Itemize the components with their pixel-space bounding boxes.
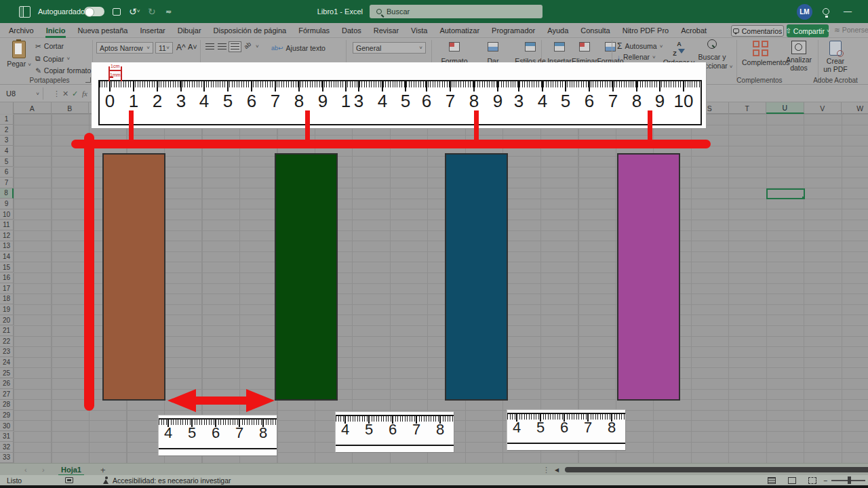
ribbon-tab-nitro-pdf-pro[interactable]: Nitro PDF Pro	[616, 23, 675, 38]
ribbon-tab-revisar[interactable]: Revisar	[368, 23, 405, 38]
grow-font-button[interactable]: A^	[176, 43, 186, 52]
row-header-4[interactable]: 4	[0, 146, 14, 157]
ribbon-tab-acrobat[interactable]: Acrobat	[675, 23, 713, 38]
accessibility-status[interactable]: Accesibilidad: es necesario investigar	[103, 475, 231, 485]
small-ruler-3[interactable]: 45678	[507, 409, 626, 451]
align-bottom-button[interactable]	[229, 41, 241, 52]
row-header-6[interactable]: 6	[0, 167, 14, 178]
normal-view-button[interactable]	[768, 475, 776, 485]
ribbon-tab-programador[interactable]: Programador	[486, 23, 541, 38]
ribbon-tab-fórmulas[interactable]: Fórmulas	[292, 23, 336, 38]
paste-button[interactable]: Pegar ˅	[7, 41, 31, 68]
name-box[interactable]: U8˅	[3, 87, 43, 100]
row-header-32[interactable]: 32	[0, 442, 14, 453]
row-header-12[interactable]: 12	[0, 230, 14, 241]
cancel-icon[interactable]: ✕	[62, 87, 68, 100]
create-pdf-button[interactable]: Crearun PDF	[821, 41, 850, 73]
row-header-33[interactable]: 33	[0, 453, 14, 464]
colored-bar-2[interactable]	[275, 153, 338, 401]
row-header-25[interactable]: 25	[0, 368, 14, 379]
row-header-2[interactable]: 2	[0, 125, 14, 136]
shrink-font-button[interactable]: A˅	[188, 43, 197, 51]
row-header-18[interactable]: 18	[0, 294, 14, 305]
namebox-kebab[interactable]: ⋮	[53, 87, 60, 100]
addins-button[interactable]: Complementos	[742, 41, 780, 65]
analyze-data-button[interactable]: Analizardatos	[783, 41, 815, 72]
ribbon-tab-vista[interactable]: Vista	[405, 23, 433, 38]
conditional-formatting-button[interactable]: Formato	[439, 42, 469, 61]
delete-cells-button[interactable]: Eliminar	[571, 42, 598, 61]
align-middle-button[interactable]	[218, 43, 226, 50]
catch-up-button[interactable]: ≋ Ponerse a	[834, 26, 868, 34]
column-header-T[interactable]: T	[729, 102, 767, 114]
colored-bar-1[interactable]	[102, 153, 165, 401]
comments-button[interactable]: Comentarios	[731, 25, 784, 37]
avatar[interactable]: LM	[797, 0, 812, 23]
sheet-tab-hoja1[interactable]: Hoja1	[57, 464, 85, 476]
autosave-toggle[interactable]	[84, 0, 104, 23]
row-header-15[interactable]: 15	[0, 262, 14, 273]
wrap-text-button[interactable]: ab↩ Ajustar texto	[271, 44, 326, 52]
enter-icon[interactable]: ✓	[72, 87, 78, 100]
ribbon-tab-dibujar[interactable]: Dibujar	[172, 23, 208, 38]
horizontal-scrollbar-thumb[interactable]	[565, 467, 868, 472]
row-header-19[interactable]: 19	[0, 304, 14, 315]
ribbon-tab-datos[interactable]: Datos	[336, 23, 368, 38]
undo-icon[interactable]: ↺˅	[129, 0, 140, 23]
ribbon-tab-insertar[interactable]: Insertar	[134, 23, 171, 38]
prev-sheet-arrow[interactable]: ‹	[24, 464, 27, 476]
scroll-left-arrow[interactable]: ◀	[555, 464, 559, 476]
tabbar-divider[interactable]: ⋮	[542, 464, 550, 476]
row-header-20[interactable]: 20	[0, 315, 14, 326]
row-header-16[interactable]: 16	[0, 273, 14, 284]
small-ruler-2[interactable]: 45678	[335, 411, 454, 453]
ribbon-tab-archivo[interactable]: Archivo	[3, 23, 40, 38]
row-header-23[interactable]: 23	[0, 347, 14, 358]
font-size-combo[interactable]: 11˅	[155, 42, 173, 54]
font-name-combo[interactable]: Aptos Narrow˅	[96, 42, 153, 54]
next-sheet-arrow[interactable]: ›	[42, 464, 45, 476]
row-header-22[interactable]: 22	[0, 336, 14, 347]
row-header-26[interactable]: 26	[0, 379, 14, 390]
number-format-combo[interactable]: General˅	[353, 42, 426, 54]
row-header-21[interactable]: 21	[0, 326, 14, 337]
small-ruler-1[interactable]: 45678	[158, 415, 277, 456]
row-header-27[interactable]: 27	[0, 389, 14, 400]
ribbon-tab-disposición-de-página[interactable]: Disposición de página	[208, 23, 293, 38]
row-header-24[interactable]: 24	[0, 357, 14, 368]
zoom-out-button[interactable]: −	[823, 475, 827, 485]
minimize-button[interactable]: —	[844, 0, 852, 23]
orientation-button[interactable]: ab	[243, 41, 252, 50]
macro-record-icon[interactable]	[65, 475, 73, 485]
red-horizontal-axis-line[interactable]	[71, 140, 711, 148]
page-break-view-button[interactable]	[808, 475, 816, 485]
colored-bar-4[interactable]	[617, 153, 680, 401]
red-vertical-axis-line[interactable]	[84, 133, 94, 411]
row-header-28[interactable]: 28	[0, 400, 14, 411]
clipboard-dialog-launcher[interactable]	[85, 77, 91, 83]
row-header-10[interactable]: 10	[0, 209, 14, 220]
red-double-arrow[interactable]	[193, 396, 249, 405]
large-ruler-image[interactable]: 012345678913456789345678910 1cm 1mm	[92, 62, 707, 129]
row-header-8[interactable]: 8	[0, 188, 14, 199]
ribbon-tab-inicio[interactable]: Inicio	[40, 23, 72, 38]
row-header-1[interactable]: 1	[0, 115, 14, 125]
row-header-7[interactable]: 7	[0, 178, 14, 188]
fx-icon[interactable]: fx	[82, 87, 87, 100]
tips-bulb-icon[interactable]	[823, 0, 829, 23]
column-header-B[interactable]: B	[52, 102, 90, 114]
excel-logo-icon[interactable]	[19, 0, 31, 23]
insert-cells-button[interactable]: Insertar	[547, 42, 572, 61]
row-header-14[interactable]: 14	[0, 251, 14, 262]
page-layout-view-button[interactable]	[788, 475, 796, 485]
fill-button[interactable]: ↓ Rellenar˅	[617, 53, 656, 61]
column-header-A[interactable]: A	[14, 102, 52, 114]
row-header-11[interactable]: 11	[0, 220, 14, 231]
select-all-corner[interactable]	[0, 102, 14, 114]
row-header-29[interactable]: 29	[0, 410, 14, 421]
ribbon-tab-nueva-pestaña[interactable]: Nueva pestaña	[71, 23, 134, 38]
selected-cell[interactable]	[766, 188, 805, 200]
quick-access-icon[interactable]: ≂	[165, 0, 172, 23]
search-box[interactable]: Buscar	[370, 5, 542, 18]
row-header-13[interactable]: 13	[0, 241, 14, 252]
